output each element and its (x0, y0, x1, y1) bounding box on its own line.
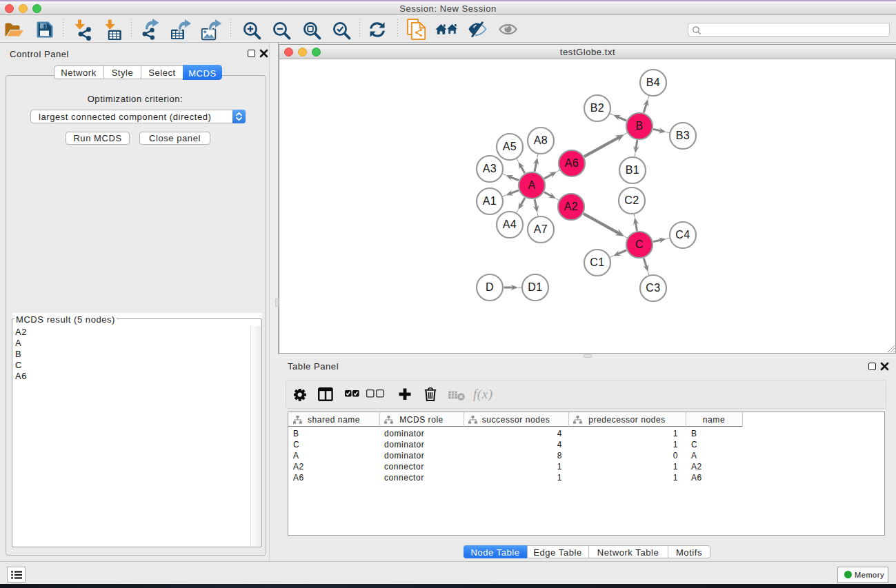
svg-text:A7: A7 (534, 223, 548, 235)
svg-text:C2: C2 (624, 194, 639, 206)
svg-text:A4: A4 (503, 219, 517, 230)
svg-text:C1: C1 (590, 256, 605, 268)
svg-text:A1: A1 (483, 195, 497, 207)
svg-text:D: D (486, 281, 494, 293)
svg-text:B4: B4 (646, 77, 661, 88)
svg-text:B1: B1 (626, 164, 640, 176)
svg-text:C: C (635, 239, 644, 250)
svg-text:A3: A3 (483, 163, 497, 174)
svg-text:A6: A6 (565, 157, 579, 169)
svg-text:A: A (528, 179, 535, 191)
svg-text:A5: A5 (503, 141, 517, 152)
svg-text:B: B (635, 120, 643, 132)
svg-text:D1: D1 (528, 281, 543, 293)
svg-text:B2: B2 (590, 102, 605, 114)
svg-text:A8: A8 (534, 134, 548, 146)
svg-text:C3: C3 (646, 282, 661, 294)
svg-text:C4: C4 (675, 229, 690, 241)
svg-text:B3: B3 (676, 130, 690, 141)
svg-text:A2: A2 (564, 201, 579, 212)
